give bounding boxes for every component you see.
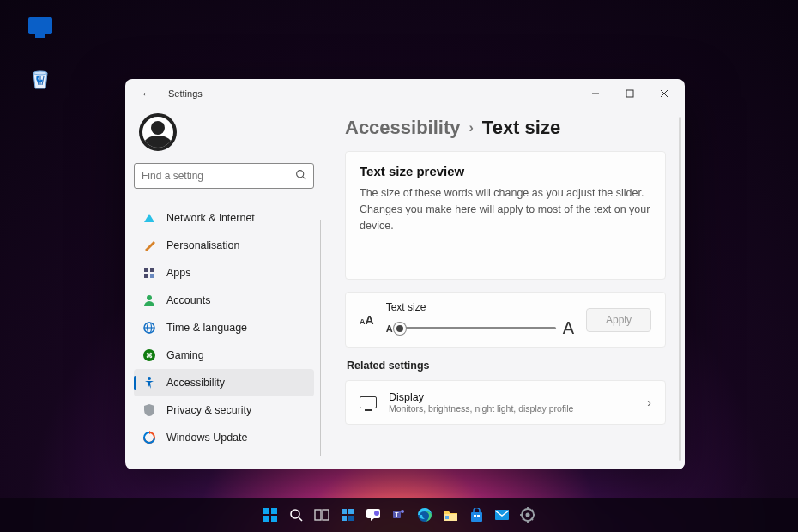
svg-rect-26: [342, 509, 347, 514]
main-content: Accessibility › Text size Text size prev…: [323, 108, 685, 469]
nav-divider: [320, 220, 321, 456]
svg-rect-37: [445, 516, 449, 519]
taskbar-settings[interactable]: [517, 505, 538, 525]
svg-rect-7: [144, 268, 148, 272]
display-icon: [360, 396, 377, 408]
minimize-button[interactable]: [578, 81, 613, 106]
search-input[interactable]: [142, 170, 295, 182]
breadcrumb-parent[interactable]: Accessibility: [345, 117, 461, 139]
svg-rect-19: [271, 508, 277, 514]
breadcrumb: Accessibility › Text size: [345, 117, 666, 139]
svg-rect-9: [144, 274, 148, 278]
svg-text:⌘: ⌘: [146, 352, 153, 360]
slider-thumb[interactable]: [394, 323, 406, 335]
sidebar-item-label: Accessibility: [166, 377, 225, 389]
display-link-title: Display: [389, 391, 573, 403]
globe-icon: [142, 321, 156, 335]
taskbar-store[interactable]: [466, 505, 487, 525]
text-size-icon: AA: [360, 313, 374, 327]
grid-icon: [142, 266, 156, 280]
taskbar: T: [0, 498, 798, 532]
svg-point-11: [147, 295, 152, 300]
taskbar-search[interactable]: [286, 505, 306, 525]
display-settings-link[interactable]: Display Monitors, brightness, night ligh…: [345, 380, 666, 425]
svg-line-23: [299, 517, 302, 521]
svg-point-34: [401, 510, 404, 513]
svg-rect-28: [342, 516, 347, 521]
nav-list: Network & internetPersonalisationAppsAcc…: [134, 204, 314, 451]
apply-button[interactable]: Apply: [586, 308, 651, 332]
taskbar-widgets[interactable]: [337, 505, 358, 525]
svg-rect-38: [471, 512, 482, 522]
search-box[interactable]: [134, 163, 314, 189]
sidebar-item-time-language[interactable]: Time & language: [134, 314, 314, 342]
person-icon: [142, 293, 156, 307]
sidebar-item-privacy-security[interactable]: Privacy & security: [134, 396, 314, 424]
svg-rect-24: [315, 510, 321, 520]
text-preview-card: Text size preview The size of these word…: [345, 151, 666, 280]
chevron-right-icon: ›: [469, 120, 474, 136]
sidebar-item-accounts[interactable]: Accounts: [134, 287, 314, 314]
settings-window: ← Settings: [125, 79, 685, 469]
text-size-slider[interactable]: [400, 327, 556, 329]
svg-rect-18: [263, 508, 269, 514]
svg-text:T: T: [395, 511, 399, 517]
slider-label: Text size: [386, 301, 574, 313]
titlebar: ← Settings: [125, 79, 685, 108]
sidebar-item-label: Accounts: [166, 294, 210, 306]
taskbar-explorer[interactable]: [440, 505, 461, 525]
svg-point-17: [148, 377, 151, 380]
monitor-icon: [28, 17, 52, 34]
sidebar-item-label: Privacy & security: [166, 404, 251, 416]
taskbar-mail[interactable]: [492, 505, 512, 525]
slider-max-label: A: [563, 318, 574, 338]
taskbar-chat[interactable]: [363, 505, 384, 525]
sidebar-item-label: Windows Update: [166, 432, 248, 444]
taskbar-teams[interactable]: T: [389, 505, 409, 525]
search-icon: [295, 169, 306, 183]
sidebar-item-apps[interactable]: Apps: [134, 259, 314, 287]
svg-point-5: [297, 171, 304, 178]
game-icon: ⌘: [142, 348, 156, 362]
desktop-icon-this-pc[interactable]: [19, 17, 62, 34]
svg-rect-20: [263, 516, 269, 522]
sidebar: Network & internetPersonalisationAppsAcc…: [125, 108, 323, 469]
scrollbar[interactable]: [679, 117, 681, 461]
sidebar-item-gaming[interactable]: ⌘Gaming: [134, 342, 314, 369]
sidebar-item-personalisation[interactable]: Personalisation: [134, 232, 314, 259]
sidebar-item-windows-update[interactable]: Windows Update: [134, 424, 314, 451]
update-icon: [142, 431, 156, 444]
svg-rect-8: [150, 268, 154, 272]
related-settings-heading: Related settings: [347, 360, 666, 372]
access-icon: [142, 376, 156, 390]
sidebar-item-label: Time & language: [166, 322, 247, 334]
avatar-icon[interactable]: [139, 113, 177, 151]
sidebar-item-label: Network & internet: [166, 212, 255, 224]
maximize-button[interactable]: [613, 81, 647, 106]
taskbar-edge[interactable]: [414, 505, 435, 525]
preview-heading: Text size preview: [360, 164, 651, 178]
desktop: ← Settings: [0, 0, 798, 532]
recycle-bin-icon: [27, 64, 54, 92]
sidebar-item-accessibility[interactable]: Accessibility: [134, 369, 314, 396]
preview-body: The size of these words will change as y…: [360, 185, 651, 233]
taskbar-taskview[interactable]: [311, 505, 332, 525]
window-title: Settings: [168, 88, 203, 99]
breadcrumb-current: Text size: [482, 117, 560, 139]
shield-icon: [142, 403, 156, 417]
start-button[interactable]: [260, 505, 281, 525]
svg-point-0: [33, 71, 47, 75]
brush-icon: [142, 239, 156, 252]
desktop-icon-recycle-bin[interactable]: [19, 64, 62, 92]
close-button[interactable]: [647, 81, 681, 106]
minimize-icon: [591, 89, 600, 98]
svg-rect-27: [348, 509, 354, 514]
svg-rect-10: [150, 274, 154, 278]
window-controls: [578, 81, 681, 106]
display-link-subtitle: Monitors, brightness, night light, displ…: [389, 403, 573, 414]
svg-rect-25: [323, 510, 329, 520]
slider-min-label: A: [386, 323, 393, 334]
sidebar-item-label: Apps: [166, 267, 191, 279]
back-button[interactable]: ←: [137, 83, 156, 104]
sidebar-item-network-internet[interactable]: Network & internet: [134, 204, 314, 232]
